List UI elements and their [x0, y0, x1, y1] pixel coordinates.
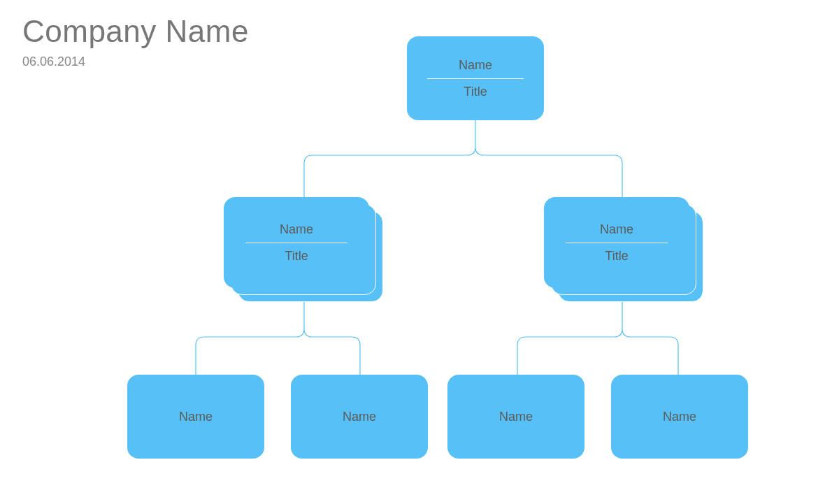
org-card-root: Name Title [407, 36, 544, 120]
org-card-l2-right: Name Title [544, 197, 689, 288]
org-card-name: Name [600, 222, 633, 237]
org-card-name: Name [280, 222, 313, 237]
org-card-title: Title [285, 249, 308, 264]
org-node-root: Name Title [407, 36, 544, 120]
org-node-l3-3: Name [447, 375, 584, 459]
org-card-title: Title [605, 249, 628, 264]
org-node-l2-right: Name Title [544, 197, 703, 302]
card-divider [566, 243, 668, 243]
org-node-l3-1: Name [127, 375, 264, 459]
org-card-title: Title [464, 85, 487, 99]
org-node-l3-4: Name [611, 375, 748, 459]
card-divider [245, 243, 347, 243]
org-card-name: Name [343, 410, 376, 424]
org-card-leaf: Name [291, 375, 428, 459]
org-card-l2-left: Name Title [224, 197, 369, 288]
org-card-name: Name [663, 410, 696, 424]
org-card-name: Name [459, 58, 492, 73]
org-card-leaf: Name [447, 375, 584, 459]
org-card-name: Name [179, 410, 213, 424]
card-divider [427, 78, 523, 79]
org-node-l2-left: Name Title [224, 197, 383, 302]
org-node-l3-2: Name [291, 375, 428, 459]
org-card-name: Name [499, 410, 533, 424]
org-card-leaf: Name [127, 375, 264, 459]
org-card-leaf: Name [611, 375, 748, 459]
